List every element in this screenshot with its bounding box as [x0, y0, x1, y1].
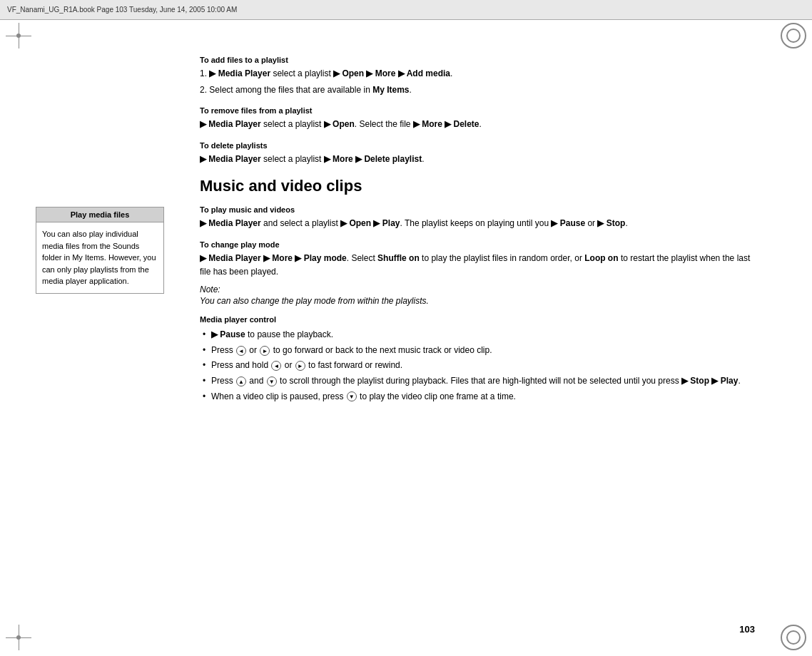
section-heading-remove-files: To remove files from a playlist — [200, 106, 755, 115]
big-heading-music-video: Music and video clips — [200, 177, 755, 195]
main-content: To add files to a playlist 1. ▶ Media Pl… — [0, 20, 812, 656]
add-files-step1: 1. ▶ Media Player select a playlist ▶ Op… — [200, 67, 755, 81]
remove-files-body: ▶ Media Player select a playlist ▶ Open.… — [200, 118, 755, 131]
note-label: Note: — [200, 285, 220, 294]
header-bar: VF_Nanami_UG_R1A.book Page 103 Tuesday, … — [0, 0, 812, 20]
media-player-control-list: ▶ Pause to pause the playback. Press ◄ o… — [200, 328, 755, 403]
section-heading-play-music: To play music and videos — [200, 205, 755, 214]
section-heading-delete-playlists: To delete playlists — [200, 141, 755, 150]
bullet-scroll: Press ▲ and ▼ to scroll through the play… — [200, 374, 755, 388]
change-play-mode-body: ▶ Media Player ▶ More ▶ Play mode. Selec… — [200, 252, 755, 278]
bullet-video-frame: When a video clip is paused, press ▼ to … — [200, 390, 755, 404]
add-files-step2: 2. Select among the files that are avail… — [200, 83, 755, 97]
bullet-forward-back: Press ◄ or ► to go forward or back to th… — [200, 344, 755, 357]
bullet-pause: ▶ Pause to pause the playback. — [200, 328, 755, 342]
bullet-fast-forward: Press and hold ◄ or ► to fast forward or… — [200, 359, 755, 372]
section-heading-change-play-mode: To change play mode — [200, 240, 755, 249]
header-text: VF_Nanami_UG_R1A.book Page 103 Tuesday, … — [7, 6, 237, 14]
play-music-body: ▶ Media Player and select a playlist ▶ O… — [200, 217, 755, 230]
note-text: You can also change the play mode from w… — [200, 296, 429, 306]
delete-playlists-body: ▶ Media Player select a playlist ▶ More … — [200, 153, 755, 166]
note-section: Note: You can also change the play mode … — [200, 284, 755, 307]
page-number: 103 — [739, 624, 755, 635]
section-heading-add-files: To add files to a playlist — [200, 56, 755, 64]
section-heading-media-player-control: Media player control — [200, 315, 755, 324]
